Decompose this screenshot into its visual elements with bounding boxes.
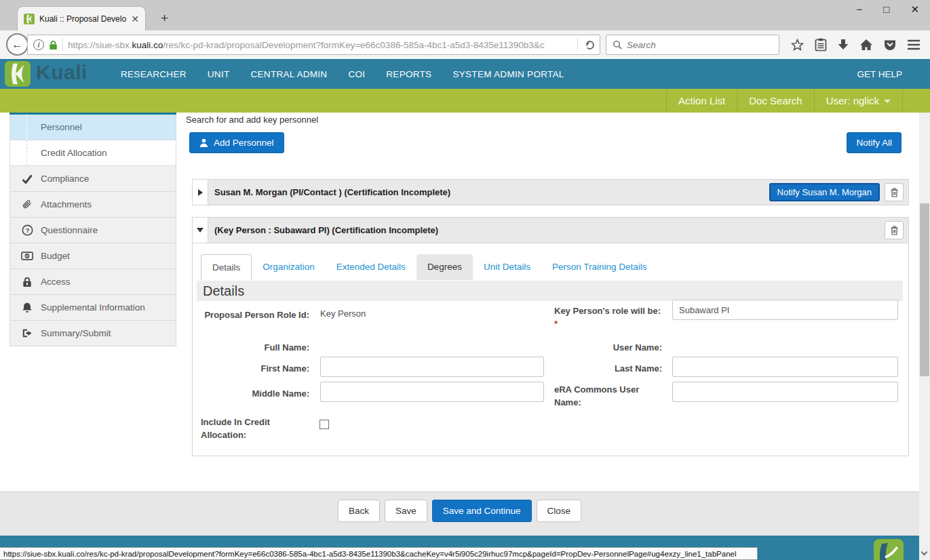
- sidebar-item-compliance[interactable]: Compliance: [9, 166, 176, 192]
- browser-window: Kuali :: Proposal Developme ✕ + − □ ✕ ← …: [0, 0, 930, 560]
- action-footer: Back Save Save and Continue Close: [0, 492, 919, 536]
- notify-all-button[interactable]: Notify All: [847, 132, 902, 153]
- maximize-button[interactable]: □: [883, 3, 889, 16]
- home-icon[interactable]: [859, 39, 873, 51]
- minimize-button[interactable]: −: [857, 3, 863, 16]
- get-help-link[interactable]: GET HELP: [857, 59, 902, 89]
- back-button[interactable]: Back: [338, 500, 380, 522]
- sidebar-item-supplemental-information[interactable]: Supplemental Information: [9, 295, 176, 321]
- add-personnel-button[interactable]: Add Personnel: [189, 132, 284, 153]
- sidebar-item-attachments[interactable]: Attachments: [9, 192, 176, 218]
- doc-search-link[interactable]: Doc Search: [737, 89, 813, 113]
- kuali-favicon-icon: [24, 14, 35, 24]
- tab-close-icon[interactable]: ✕: [131, 14, 139, 24]
- tab-unit-details[interactable]: Unit Details: [473, 254, 541, 280]
- tab-person-training-details[interactable]: Person Training Details: [541, 254, 658, 280]
- user-menu[interactable]: User: nglick: [814, 89, 902, 113]
- nav-system-admin-portal[interactable]: SYSTEM ADMIN PORTAL: [452, 69, 564, 79]
- field-label-proposal-person-role-id: Proposal Person Role Id:: [201, 308, 309, 321]
- search-input[interactable]: [627, 40, 773, 50]
- window-controls: − □ ✕: [857, 3, 919, 16]
- sidebar-item-personnel[interactable]: Personnel: [9, 115, 176, 140]
- notify-person-button[interactable]: Notify Susan M. Morgan: [769, 183, 880, 201]
- collapse-toggle[interactable]: [193, 218, 208, 243]
- reload-icon[interactable]: [585, 41, 594, 49]
- sidebar-item-questionnaire[interactable]: ? Questionnaire: [9, 218, 176, 243]
- era-commons-input[interactable]: [672, 382, 898, 402]
- sidebar-item-budget[interactable]: $ Budget: [9, 243, 176, 269]
- field-label-user-name: User Name:: [554, 341, 662, 354]
- nav-coi[interactable]: COI: [348, 69, 365, 79]
- save-and-continue-button[interactable]: Save and Continue: [432, 500, 532, 522]
- search-bar[interactable]: [606, 35, 779, 55]
- section-title: Details: [197, 281, 903, 301]
- check-icon: [21, 174, 33, 184]
- url-bar[interactable]: i https://siue-sbx.kuali.co/res/kc-pd-kr…: [27, 35, 600, 55]
- app-nav: RESEARCHER UNIT CENTRAL ADMIN COI REPORT…: [121, 59, 564, 89]
- divider: [577, 38, 578, 52]
- money-icon: $: [21, 252, 33, 260]
- tab-organization[interactable]: Organization: [252, 254, 326, 280]
- person-title: Susan M. Morgan (PI/Contact ) (Certifica…: [214, 187, 450, 197]
- scrollbar[interactable]: [919, 113, 930, 560]
- nav-researcher[interactable]: RESEARCHER: [121, 69, 187, 79]
- scrollbar-down-arrow[interactable]: [921, 549, 928, 556]
- last-name-input[interactable]: [672, 357, 898, 377]
- field-label-last-name: Last Name:: [554, 362, 662, 375]
- nav-unit[interactable]: UNIT: [208, 69, 230, 79]
- sidebar-item-summary-submit[interactable]: Summary/Submit: [9, 321, 176, 346]
- divider: [62, 38, 63, 52]
- nav-central-admin[interactable]: CENTRAL ADMIN: [250, 69, 327, 79]
- first-name-input[interactable]: [320, 357, 544, 377]
- expand-toggle[interactable]: [193, 180, 208, 205]
- bell-icon: [21, 302, 33, 313]
- toolbar-icons: [790, 34, 921, 56]
- download-icon[interactable]: [837, 39, 849, 51]
- pocket-icon[interactable]: [883, 38, 897, 52]
- kuali-footer-logo-icon: [874, 539, 904, 560]
- titlebar: Kuali :: Proposal Developme ✕ + − □ ✕: [0, 0, 930, 31]
- person-row-key-person: (Key Person : Subaward PI) (Certificatio…: [192, 217, 909, 243]
- back-nav-button[interactable]: ←: [6, 33, 28, 56]
- sidebar-item-credit-allocation[interactable]: Credit Allocation: [9, 140, 176, 166]
- nav-reports[interactable]: REPORTS: [386, 69, 431, 79]
- action-list-link[interactable]: Action List: [666, 89, 737, 113]
- field-label-middle-name: Middle Name:: [201, 387, 309, 400]
- info-icon[interactable]: i: [33, 39, 44, 50]
- trash-icon: [890, 226, 899, 235]
- utility-bar: Action List Doc Search User: nglick: [0, 89, 930, 113]
- tab-extended-details[interactable]: Extended Details: [326, 254, 416, 280]
- menu-icon[interactable]: [907, 39, 921, 50]
- search-icon: [613, 40, 622, 49]
- key-person-role-input[interactable]: [672, 300, 898, 320]
- delete-person-button[interactable]: [885, 221, 904, 239]
- new-tab-button[interactable]: +: [161, 11, 168, 26]
- field-label-full-name: Full Name:: [201, 341, 309, 354]
- bookmark-star-icon[interactable]: [790, 38, 805, 52]
- field-label-include-in-credit-allocation: Include In Credit Allocation:: [201, 416, 303, 441]
- signout-icon: [21, 328, 33, 338]
- required-marker: *: [554, 319, 558, 329]
- divider: [902, 89, 930, 113]
- kuali-logo-icon[interactable]: [5, 61, 31, 89]
- sidebar-item-access[interactable]: Access: [9, 269, 176, 295]
- tab-degrees[interactable]: Degrees: [416, 254, 473, 280]
- status-bar: https://siue-sbx.kuali.co/res/kc-pd-krad…: [0, 547, 758, 560]
- delete-person-button[interactable]: [885, 183, 904, 201]
- field-label-key-person-role: Key Person's role will be: *: [554, 304, 662, 330]
- lock-ssl-icon[interactable]: [49, 40, 58, 50]
- tab-title: Kuali :: Proposal Developme: [39, 14, 126, 24]
- clipboard-icon[interactable]: [815, 38, 827, 52]
- middle-name-input[interactable]: [320, 382, 544, 402]
- person-detail-panel: Details Organization Extended Details De…: [192, 243, 909, 456]
- save-button[interactable]: Save: [385, 500, 427, 522]
- url-text: https://siue-sbx.kuali.co/res/kc-pd-krad…: [68, 40, 573, 50]
- browser-tab[interactable]: Kuali :: Proposal Developme ✕: [17, 6, 146, 31]
- page-instruction: Search for and add key personnel: [186, 115, 318, 125]
- tab-details[interactable]: Details: [201, 254, 252, 280]
- scrollbar-thumb[interactable]: [920, 203, 929, 376]
- include-credit-allocation-checkbox[interactable]: [319, 420, 329, 429]
- close-form-button[interactable]: Close: [537, 500, 582, 522]
- caret-down-icon: [884, 100, 891, 103]
- close-button[interactable]: ✕: [910, 3, 919, 16]
